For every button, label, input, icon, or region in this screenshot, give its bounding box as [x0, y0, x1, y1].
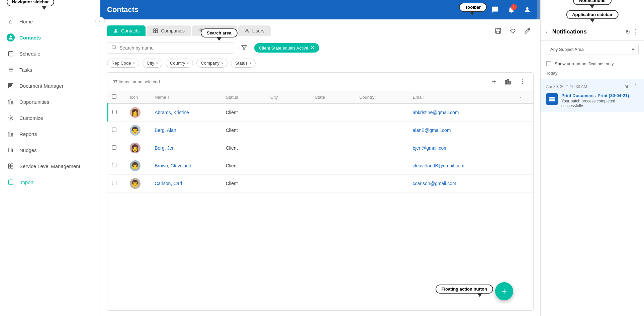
contacts-table: Icon Name ↑ Status City State Country Em…: [107, 91, 533, 192]
name-column-header[interactable]: Name ↑: [151, 91, 222, 103]
search-input-wrap[interactable]: [107, 42, 234, 54]
svg-rect-15: [12, 101, 13, 104]
svg-rect-10: [11, 84, 12, 85]
filter-chip-status[interactable]: Status ▾: [231, 59, 256, 68]
status-column-header: Status: [222, 91, 266, 103]
refresh-button[interactable]: ↻: [626, 29, 630, 35]
row-checkbox[interactable]: [112, 128, 116, 132]
schedule-icon: [7, 50, 15, 58]
svg-rect-19: [12, 134, 13, 136]
sidebar-item-label: Nudges: [19, 147, 37, 153]
sidebar-item-home[interactable]: ⌂ Home: [0, 13, 100, 29]
filter-button[interactable]: [238, 42, 250, 54]
email-link[interactable]: ccarlson@gmail.com: [413, 181, 456, 186]
edit-button[interactable]: [522, 25, 534, 37]
subject-area-select[interactable]: Any Subject Area ▾: [546, 44, 639, 55]
expand-column-header: ›: [516, 91, 533, 103]
notification-icon: [546, 93, 558, 105]
more-options-button[interactable]: [517, 76, 528, 87]
sidebar-item-label: Import: [19, 179, 34, 185]
chevron-down-icon: ▾: [632, 47, 634, 52]
notification-title-link[interactable]: Print Document : Print (30-04-21): [561, 93, 639, 98]
nav-collapse-button[interactable]: ‹: [95, 17, 105, 26]
sidebar-item-label: Schedule: [19, 51, 40, 57]
navigator-sidebar: Navigator sidebar ‹ ⌂ Home Contacts Sche…: [0, 0, 100, 316]
sidebar-item-document-manager[interactable]: Document Manager: [0, 78, 100, 94]
email-link[interactable]: abkristine@gmail.com: [413, 110, 459, 115]
sidebar-item-label: Reports: [19, 131, 37, 137]
sidebar-item-schedule[interactable]: Schedule: [0, 46, 100, 62]
chevron-down-icon: ▾: [187, 61, 189, 65]
svg-marker-42: [242, 46, 247, 50]
chart-button[interactable]: [502, 76, 514, 87]
sidebar-item-reports[interactable]: Reports: [0, 126, 100, 142]
sidebar-item-contacts[interactable]: Contacts: [0, 29, 100, 46]
svg-rect-46: [508, 79, 509, 84]
tab-users[interactable]: Users: [238, 25, 271, 36]
sidebar-item-service-level-management[interactable]: Service Level Management: [0, 158, 100, 174]
email-link[interactable]: alanB@gmail.com: [413, 128, 451, 133]
notification-menu-button[interactable]: ⋮: [633, 83, 639, 90]
floating-action-button[interactable]: +: [495, 282, 513, 300]
notification-body: Print Document : Print (30-04-21) Your b…: [546, 93, 639, 108]
notification-text: Print Document : Print (30-04-21) Your b…: [561, 93, 639, 108]
tab-contacts[interactable]: Contacts: [107, 25, 146, 36]
sidebar-item-label: Opportunities: [19, 99, 49, 105]
filter-chip-rep-code[interactable]: Rep Code ▾: [107, 59, 139, 68]
sidebar-item-import[interactable]: Import: [0, 174, 100, 190]
select-all-checkbox[interactable]: [112, 94, 116, 99]
favorite-button[interactable]: [507, 25, 519, 37]
save-button[interactable]: [492, 25, 504, 37]
select-all-header: [108, 91, 126, 103]
filter-chip-country[interactable]: Country ▾: [166, 59, 193, 68]
sidebar-item-customize[interactable]: Customize: [0, 110, 100, 126]
show-unread-checkbox[interactable]: [546, 61, 551, 66]
chat-button[interactable]: [489, 3, 501, 16]
row-checkbox[interactable]: [112, 181, 116, 185]
user-menu-button[interactable]: [521, 3, 534, 16]
notification-eye-button[interactable]: 👁: [625, 84, 630, 90]
contact-name-link[interactable]: Berg, Alan: [155, 128, 176, 133]
toolbar-callout: Toolbar: [459, 3, 487, 12]
add-record-button[interactable]: [488, 76, 500, 87]
avatar: 👨: [130, 178, 141, 189]
chevron-down-icon: ▾: [250, 61, 251, 65]
clear-filter-button[interactable]: ✕: [310, 45, 314, 51]
email-link[interactable]: bjen@gmail.com: [413, 145, 448, 151]
svg-rect-39: [497, 31, 499, 33]
row-checkbox[interactable]: [112, 145, 116, 150]
svg-rect-28: [8, 180, 13, 184]
notification-time: Apr 30, 2021 10:30 AM: [546, 84, 622, 89]
show-unread-row: Show unread notifications only: [541, 58, 644, 69]
notifications-button[interactable]: 1: [505, 3, 518, 16]
row-checkbox[interactable]: [112, 163, 116, 167]
svg-point-48: [522, 79, 523, 80]
sidebar-item-label: Home: [19, 19, 33, 24]
contact-name-link[interactable]: Carlson, Carl: [155, 181, 182, 186]
chevron-down-icon: ▾: [133, 61, 135, 65]
city-column-header: City: [266, 91, 311, 103]
svg-rect-18: [10, 132, 11, 136]
email-link[interactable]: cleavelandB@gmail.com: [413, 163, 464, 168]
sidebar-item-label: Contacts: [19, 35, 41, 41]
main-content: Toolbar Contacts 1 Contacts: [100, 0, 540, 316]
avatar: 👩: [130, 107, 141, 118]
chevron-down-icon: ▾: [156, 61, 158, 65]
tab-companies[interactable]: Companies: [147, 25, 191, 36]
sidebar-item-tasks[interactable]: Tasks: [0, 62, 100, 78]
search-input[interactable]: [119, 45, 230, 51]
sidebar-item-opportunities[interactable]: Opportunities: [0, 94, 100, 110]
sidebar-menu-button[interactable]: ⋮: [633, 28, 639, 35]
filter-chip-city[interactable]: City ▾: [143, 59, 162, 68]
svg-rect-12: [11, 86, 12, 87]
search-icon: [111, 45, 117, 51]
customize-icon: [7, 114, 15, 122]
filter-chip-company[interactable]: Company ▾: [196, 59, 227, 68]
row-checkbox[interactable]: [112, 110, 117, 114]
sidebar-item-label: Service Level Management: [19, 163, 80, 169]
contact-name-link[interactable]: Abrams, Kristine: [155, 110, 189, 115]
sidebar-item-nudges[interactable]: Nudges: [0, 142, 100, 158]
contact-name-link[interactable]: Berg, Jen: [155, 145, 175, 151]
contact-name-link[interactable]: Brown, Cleveland: [155, 163, 191, 168]
sidebar-collapse-button[interactable]: ‹: [546, 29, 548, 34]
